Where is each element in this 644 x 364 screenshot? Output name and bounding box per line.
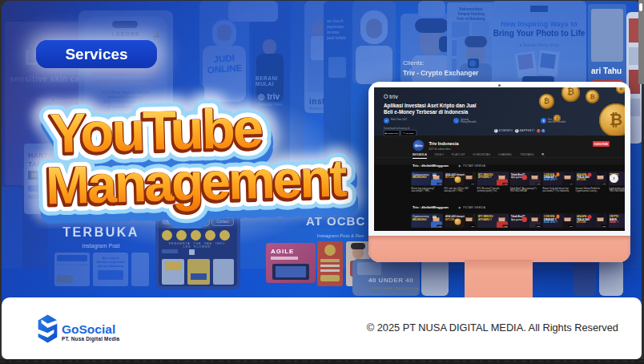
svg-text:Management: Management	[45, 148, 348, 215]
